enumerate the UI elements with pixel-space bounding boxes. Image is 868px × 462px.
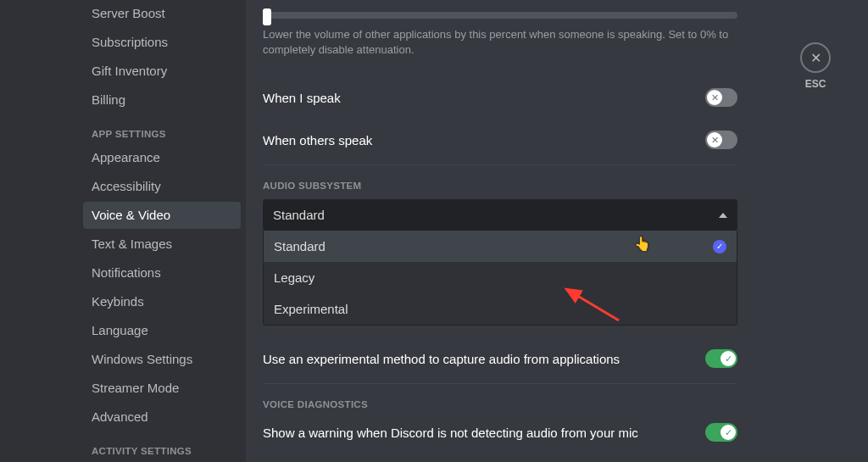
close-icon: ✕: [810, 50, 821, 66]
audio-subsystem-dropdown[interactable]: Standard: [263, 199, 737, 231]
voice-warning-toggle[interactable]: ✓: [705, 423, 737, 442]
audio-subsystem-header: AUDIO SUBSYSTEM: [263, 181, 737, 191]
sidebar-header-activity-settings: ACTIVITY SETTINGS: [83, 432, 241, 461]
divider: [263, 164, 737, 165]
experimental-capture-label: Use an experimental method to capture au…: [263, 352, 620, 366]
sidebar-item-billing[interactable]: Billing: [83, 86, 241, 114]
attenuation-slider[interactable]: [263, 12, 737, 19]
when-i-speak-toggle[interactable]: ✕: [705, 88, 737, 107]
sidebar-item-appearance[interactable]: Appearance: [83, 144, 241, 171]
voice-diagnostics-header: VOICE DIAGNOSTICS: [263, 399, 737, 409]
toggle-on-icon: ✓: [721, 425, 736, 440]
close-label: ESC: [800, 78, 831, 90]
toggle-off-icon: ✕: [707, 132, 722, 148]
when-i-speak-label: When I speak: [263, 91, 341, 105]
sidebar-item-accessibility[interactable]: Accessibility: [83, 173, 241, 200]
check-icon: ✓: [713, 240, 726, 253]
settings-sidebar: Server Boost Subscriptions Gift Inventor…: [0, 0, 246, 462]
sidebar-item-streamer-mode[interactable]: Streamer Mode: [83, 375, 241, 402]
sidebar-item-language[interactable]: Language: [83, 317, 241, 344]
attenuation-slider-thumb[interactable]: [263, 8, 271, 25]
sidebar-item-advanced[interactable]: Advanced: [83, 404, 241, 431]
audio-subsystem-option-experimental[interactable]: Experimental: [264, 293, 737, 325]
sidebar-item-windows-settings[interactable]: Windows Settings: [83, 346, 241, 373]
option-label: Experimental: [274, 302, 348, 316]
audio-subsystem-option-legacy[interactable]: Legacy: [264, 262, 737, 293]
settings-main: ✕ ESC Lower the volume of other applicat…: [246, 0, 868, 462]
sidebar-item-subscriptions[interactable]: Subscriptions: [83, 29, 241, 56]
when-others-speak-toggle[interactable]: ✕: [705, 131, 737, 149]
audio-subsystem-selected: Standard: [273, 208, 325, 222]
option-label: Standard: [274, 239, 326, 253]
sidebar-item-keybinds[interactable]: Keybinds: [83, 288, 241, 315]
option-label: Legacy: [274, 270, 314, 285]
toggle-off-icon: ✕: [707, 90, 722, 105]
sidebar-item-gift-inventory[interactable]: Gift Inventory: [83, 58, 241, 85]
close-button[interactable]: ✕: [800, 42, 831, 73]
audio-subsystem-option-standard[interactable]: Standard ✓: [264, 231, 737, 262]
settings-window: Server Boost Subscriptions Gift Inventor…: [0, 0, 868, 462]
sidebar-header-app-settings: APP SETTINGS: [83, 115, 241, 144]
sidebar-item-voice-video[interactable]: Voice & Video: [83, 202, 241, 229]
voice-warning-label: Show a warning when Discord is not detec…: [263, 426, 638, 440]
experimental-capture-toggle[interactable]: ✓: [705, 349, 737, 368]
when-others-speak-label: When others speak: [263, 133, 372, 148]
sidebar-item-text-images[interactable]: Text & Images: [83, 231, 241, 258]
divider: [263, 383, 737, 384]
close-button-wrap: ✕ ESC: [800, 42, 831, 90]
sidebar-item-server-boost[interactable]: Server Boost: [83, 0, 241, 27]
audio-subsystem-menu: Standard ✓ Legacy Experimental: [263, 231, 737, 326]
attenuation-help-text: Lower the volume of other applications b…: [263, 27, 737, 58]
sidebar-item-notifications[interactable]: Notifications: [83, 259, 241, 287]
toggle-on-icon: ✓: [721, 351, 736, 366]
chevron-up-icon: [719, 213, 727, 218]
